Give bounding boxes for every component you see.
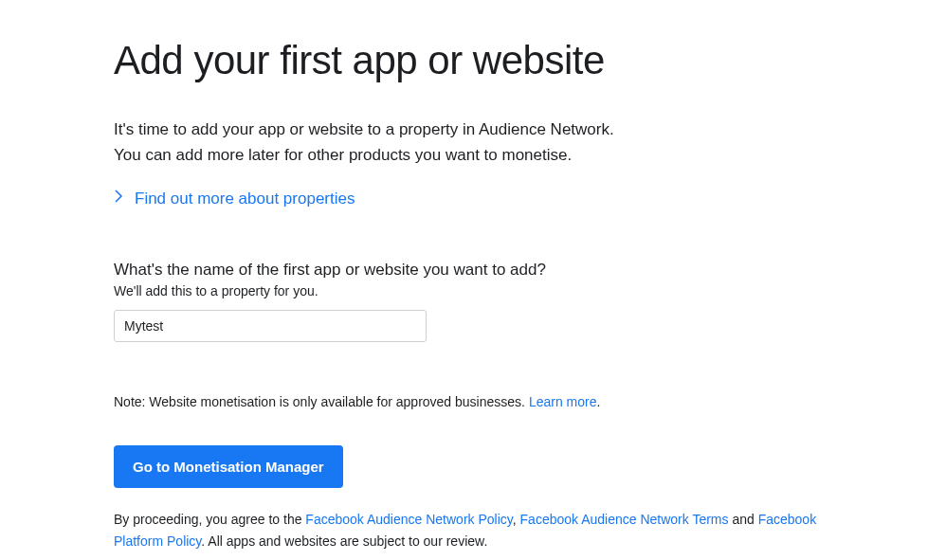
audience-network-terms-link[interactable]: Facebook Audience Network Terms bbox=[520, 512, 729, 527]
audience-network-policy-link[interactable]: Facebook Audience Network Policy bbox=[305, 512, 512, 527]
note-text: Note: Website monetisation is only avail… bbox=[114, 394, 832, 409]
app-name-question: What's the name of the first app or webs… bbox=[114, 261, 832, 280]
app-name-subtext: We'll add this to a property for you. bbox=[114, 283, 832, 298]
intro-paragraph: It's time to add your app or website to … bbox=[114, 117, 832, 168]
note-prefix: Note: Website monetisation is only avail… bbox=[114, 394, 529, 409]
agreement-prefix: By proceeding, you agree to the bbox=[114, 512, 305, 527]
chevron-right-icon bbox=[114, 189, 123, 208]
intro-line-2: You can add more later for other product… bbox=[114, 146, 572, 164]
intro-line-1: It's time to add your app or website to … bbox=[114, 120, 614, 138]
agreement-text: By proceeding, you agree to the Facebook… bbox=[114, 509, 832, 551]
agreement-suffix: . All apps and websites are subject to o… bbox=[201, 533, 487, 549]
go-to-monetisation-manager-button[interactable]: Go to Monetisation Manager bbox=[114, 445, 343, 488]
find-out-more-label: Find out more about properties bbox=[135, 190, 355, 208]
page-title: Add your first app or website bbox=[114, 38, 832, 83]
agreement-sep2: and bbox=[729, 512, 758, 527]
app-name-input[interactable] bbox=[114, 310, 427, 342]
learn-more-link[interactable]: Learn more bbox=[529, 394, 597, 409]
agreement-sep1: , bbox=[513, 512, 520, 527]
find-out-more-link[interactable]: Find out more about properties bbox=[114, 189, 832, 208]
note-suffix: . bbox=[596, 394, 600, 409]
